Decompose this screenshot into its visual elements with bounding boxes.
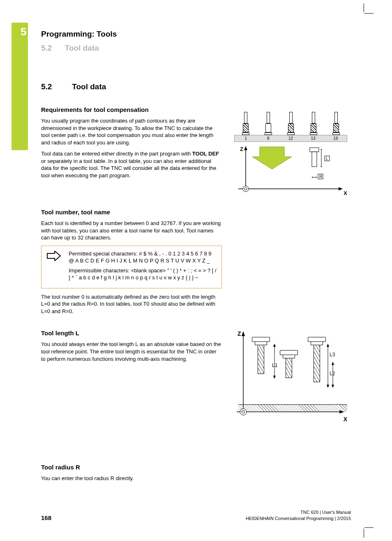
svg-marker-31: [332, 385, 334, 388]
diagram-tools-row: 1 8 12 13 18: [234, 106, 347, 194]
svg-marker-30: [332, 362, 334, 365]
svg-marker-28: [327, 385, 329, 388]
axis-x-label: X: [344, 416, 347, 423]
note-arrow-icon: [46, 250, 61, 284]
note-impermissible: Impermissible characters: <blank space> …: [69, 267, 217, 281]
svg-marker-6: [252, 147, 292, 169]
note-box: Permitted special characters: # $ % & , …: [41, 246, 222, 288]
toolnum-p2: The tool number 0 is automatically defin…: [41, 293, 222, 315]
req-p1: You usually program the coordinates of p…: [41, 117, 222, 146]
svg-rect-8: [312, 152, 317, 167]
req-heading: Requirements for tool compensation: [41, 106, 222, 113]
radius-p1: You can enter the tool radius R directly…: [41, 475, 222, 482]
section-number: 5.2: [41, 82, 70, 91]
chapter-title: Programming: Tools: [41, 30, 117, 39]
side-tab: [12, 23, 28, 150]
svg-marker-1: [244, 146, 247, 150]
diagram-tool-lengths: Z X L1 L2 L3: [234, 330, 347, 424]
toolnum-p1: Each tool is identified by a number betw…: [41, 220, 222, 241]
mark-r: R: [319, 174, 322, 179]
axis-x-label: X: [344, 190, 347, 196]
crop-mark: [364, 527, 374, 528]
running-head-title: Tool data: [65, 44, 99, 52]
toolnum-heading: Tool number, tool name: [41, 209, 222, 216]
page-footer: 168 TNC 620 | User's Manual HEIDENHAIN C…: [41, 509, 351, 521]
svg-rect-7: [310, 148, 319, 152]
svg-marker-27: [327, 344, 329, 347]
radius-heading: Tool radius R: [41, 464, 222, 471]
length-p1: You should always enter the tool length …: [41, 341, 222, 362]
diagram-tool-labels: 1 8 12 13 18: [234, 135, 347, 142]
length-label-l1: L1: [272, 362, 277, 368]
mark-l: L: [326, 156, 328, 161]
length-label-l2: L2: [330, 371, 335, 376]
svg-marker-24: [273, 344, 276, 347]
chapter-number: 5: [21, 26, 26, 38]
footer-line2: HEIDENHAIN Conversational Programming | …: [246, 515, 351, 521]
section-heading: 5.2 Tool data: [41, 82, 353, 91]
crop-mark: [364, 13, 374, 14]
page-number: 168: [41, 514, 51, 521]
svg-point-5: [244, 188, 247, 190]
note-permitted: Permitted special characters: # $ % & , …: [69, 250, 217, 265]
svg-marker-25: [273, 376, 276, 379]
length-heading: Tool length L: [41, 330, 222, 337]
axis-z-label: Z: [238, 330, 241, 337]
footer-line1: TNC 620 | User's Manual: [246, 509, 351, 515]
svg-marker-3: [339, 187, 343, 190]
running-head-num: 5.2: [41, 44, 52, 52]
section-title: Tool data: [72, 82, 106, 91]
axis-z-label: Z: [240, 146, 243, 152]
running-head: 5.2 Tool data: [41, 44, 99, 53]
req-p2: Tool data can be entered either directly…: [41, 150, 222, 179]
crop-mark: [364, 529, 364, 538]
crop-mark: [364, 3, 364, 12]
length-label-l3: L3: [330, 352, 335, 358]
svg-marker-18: [242, 331, 245, 336]
